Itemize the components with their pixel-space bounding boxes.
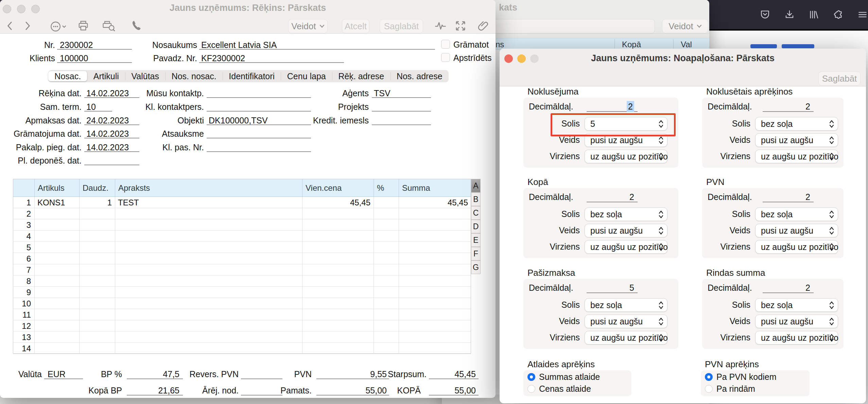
decimals-value[interactable]: 2 xyxy=(583,192,634,202)
atcelt-button[interactable]: Atcelt xyxy=(342,19,369,33)
table-row[interactable]: 4 xyxy=(13,231,471,242)
veidot-dropdown-button[interactable]: Veidot xyxy=(288,19,328,33)
veids-select[interactable]: pusi uz augšu xyxy=(755,315,838,328)
table-row[interactable]: 7 xyxy=(13,264,471,275)
matrix-tab-a[interactable]: A xyxy=(471,179,481,192)
field-underline[interactable] xyxy=(372,102,431,112)
extensions-icon[interactable] xyxy=(833,9,844,20)
print-preview-icon[interactable] xyxy=(102,20,116,32)
download-icon[interactable] xyxy=(784,9,795,20)
expand-icon[interactable] xyxy=(455,20,466,32)
gramatot-checkbox[interactable] xyxy=(441,40,450,49)
solis-select[interactable]: bez soļa xyxy=(585,298,667,312)
table-row[interactable]: 1KONS11TEST45,4545,45 xyxy=(13,197,471,208)
field-underline[interactable] xyxy=(84,156,139,165)
phone-icon[interactable] xyxy=(131,20,142,32)
tab-nos-nosac-[interactable]: Nos. nosac. xyxy=(165,71,223,81)
virziens-select[interactable]: uz augšu uz pozitīvo xyxy=(755,331,838,344)
radio-summas-atlaide[interactable] xyxy=(527,373,535,381)
paperclip-icon[interactable] xyxy=(478,20,489,32)
solis-select[interactable]: 5 xyxy=(585,117,667,131)
table-row[interactable]: 3 xyxy=(13,219,471,231)
table-row[interactable]: 10 xyxy=(13,298,471,309)
solis-select[interactable]: bez soļa xyxy=(755,207,838,221)
library-icon[interactable] xyxy=(808,9,819,20)
apstridets-checkbox[interactable] xyxy=(441,53,450,62)
solis-select[interactable]: bez soļa xyxy=(755,298,838,312)
tab-identifikatori[interactable]: Identifikatori xyxy=(223,71,281,81)
clipped-link-fragment xyxy=(750,44,815,48)
more-actions-icon[interactable] xyxy=(48,20,69,33)
selected-option: 5 xyxy=(585,119,595,129)
total-value[interactable]: 45,45 xyxy=(401,369,476,379)
virziens-select[interactable]: uz augšu uz pozitīvo xyxy=(755,150,838,163)
radio-cenas-atlaide[interactable] xyxy=(527,385,535,393)
field-label: Klients xyxy=(0,53,55,63)
table-row[interactable]: 5 xyxy=(13,242,471,253)
print-icon[interactable] xyxy=(77,20,89,32)
table-row[interactable]: 6 xyxy=(13,253,471,264)
decimals-value[interactable]: 2 xyxy=(759,283,810,293)
table-row[interactable]: 2 xyxy=(13,208,471,219)
matrix-tab-d[interactable]: D xyxy=(471,220,481,233)
decimals-value[interactable]: 2 xyxy=(759,192,810,202)
pocket-icon[interactable] xyxy=(760,9,770,20)
table-row[interactable]: 11 xyxy=(13,309,471,320)
decimals-value[interactable]: 2 xyxy=(759,102,810,112)
veids-select[interactable]: pusi uz augšu xyxy=(755,224,838,237)
tab-nos-adrese[interactable]: Nos. adrese xyxy=(390,71,449,81)
saglabat-button[interactable]: Saglabāt xyxy=(818,71,861,86)
radio-pa-pvn-kodiem[interactable] xyxy=(705,373,713,381)
cell-artikuls[interactable]: KONS1 xyxy=(37,198,76,207)
tab-artikuli[interactable]: Artikuli xyxy=(87,71,125,81)
matrix-tab-c[interactable]: C xyxy=(471,206,481,220)
table-row[interactable]: 12 xyxy=(13,320,471,332)
radio-pa-rind-m[interactable] xyxy=(705,385,713,393)
link-fragment-bar xyxy=(750,44,777,48)
column-divider xyxy=(673,39,674,49)
table-row[interactable]: 9 xyxy=(13,287,471,298)
decimals-value[interactable]: 2 xyxy=(583,102,634,112)
cell-summa[interactable]: 45,45 xyxy=(402,198,468,207)
tab-r-adrese[interactable]: Rēķ. adrese xyxy=(332,71,390,81)
radio-label: Pa PVN kodiem xyxy=(716,372,776,382)
saglabat-button[interactable]: Saglabāt xyxy=(380,19,423,33)
matrix-tab-f[interactable]: F xyxy=(471,247,481,260)
chevron-right-icon[interactable] xyxy=(22,20,33,32)
cell-daudz[interactable]: 1 xyxy=(82,198,112,207)
veids-select[interactable]: pusi uz augšu xyxy=(585,133,667,147)
cell-apraksts[interactable]: TEST xyxy=(118,198,299,207)
field-underline[interactable] xyxy=(207,129,311,138)
solis-select[interactable]: bez soļa xyxy=(585,207,667,221)
veids-select[interactable]: pusi uz augšu xyxy=(585,224,667,237)
veidot-dropdown-button[interactable]: Veidot xyxy=(662,19,708,33)
matrix-tab-g[interactable]: G xyxy=(471,260,481,274)
table-row[interactable]: 14 xyxy=(13,343,471,354)
virziens-select[interactable]: uz augšu uz pozitīvo xyxy=(585,331,667,344)
menu-icon[interactable] xyxy=(857,9,868,20)
virziens-select[interactable]: uz augšu uz pozitīvo xyxy=(585,150,667,163)
table-row[interactable]: 8 xyxy=(13,275,471,287)
table-row[interactable]: 13 xyxy=(13,332,471,343)
search-input[interactable] xyxy=(492,19,655,33)
cell-viencena[interactable]: 45,45 xyxy=(305,198,370,207)
solis-select[interactable]: bez soļa xyxy=(755,117,838,131)
field-underline[interactable] xyxy=(372,116,431,125)
total-value[interactable]: 55,00 xyxy=(401,386,476,395)
header-divider xyxy=(34,179,35,197)
chevron-left-icon[interactable] xyxy=(5,20,15,32)
activity-icon[interactable] xyxy=(434,20,447,32)
decimals-value[interactable]: 5 xyxy=(583,283,634,293)
header-divider xyxy=(115,179,115,197)
veids-select[interactable]: pusi uz augšu xyxy=(755,133,838,147)
tab-val-tas[interactable]: Valūtas xyxy=(125,71,165,81)
tab-cenu-lapa[interactable]: Cenu lapa xyxy=(281,71,332,81)
matrix-tab-b[interactable]: B xyxy=(471,192,481,206)
veids-select[interactable]: pusi uz augšu xyxy=(585,315,667,328)
field-underline[interactable] xyxy=(207,142,311,152)
tab-nosac-[interactable]: Nosac. xyxy=(48,71,87,81)
matrix-tab-e[interactable]: E xyxy=(471,233,481,247)
virziens-select[interactable]: uz augšu uz pozitīvo xyxy=(755,240,838,254)
virziens-select[interactable]: uz augšu uz pozitīvo xyxy=(585,240,667,254)
selected-option: uz augšu uz pozitīvo xyxy=(585,333,668,343)
